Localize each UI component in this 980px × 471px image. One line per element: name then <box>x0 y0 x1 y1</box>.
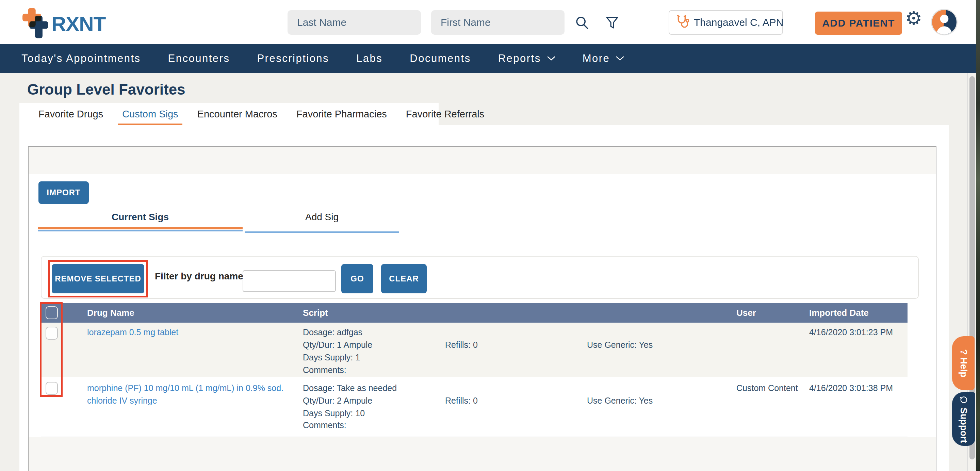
column-header-drug-name: Drug Name <box>87 303 134 323</box>
row-checkbox[interactable] <box>46 382 58 395</box>
first-name-input[interactable] <box>431 10 565 35</box>
filter-label: Filter by drug name: <box>155 271 247 282</box>
nav-encounters[interactable]: Encounters <box>168 53 230 65</box>
main-nav: Today's Appointments Encounters Prescrip… <box>0 44 976 73</box>
gear-icon[interactable]: ⚙ <box>905 9 922 28</box>
user-avatar[interactable] <box>931 9 958 35</box>
last-name-input[interactable] <box>288 10 421 35</box>
active-subtab-underline <box>38 228 243 229</box>
script-days-supply: Days Supply: 10 <box>303 407 365 420</box>
nav-more[interactable]: More <box>582 53 624 65</box>
tab-favorite-drugs[interactable]: Favorite Drugs <box>38 103 103 125</box>
imported-date-cell: 4/16/2020 3:01:38 PM <box>809 382 893 395</box>
table-row: morphine (PF) 10 mg/10 mL (1 mg/mL) in 0… <box>41 377 907 437</box>
nav-todays-appointments[interactable]: Today's Appointments <box>21 53 141 65</box>
rxnt-logo-icon <box>19 8 50 40</box>
remove-selected-button[interactable]: REMOVE SELECTED <box>52 264 144 293</box>
column-header-user: User <box>737 303 756 323</box>
drug-name-link[interactable]: lorazepam 0.5 mg tablet <box>87 326 308 339</box>
subtab-underline-add <box>245 231 399 233</box>
subtab-add-sig[interactable]: Add Sig <box>245 207 399 228</box>
tab-custom-sigs[interactable]: Custom Sigs <box>122 103 178 125</box>
tab-favorite-referrals[interactable]: Favorite Referrals <box>406 103 484 125</box>
chevron-down-icon <box>547 56 555 61</box>
help-tab[interactable]: ? Help <box>952 336 975 390</box>
table-row: lorazepam 0.5 mg tablet Dosage: adfgas Q… <box>41 323 907 377</box>
user-cell: Custom Content <box>737 382 798 395</box>
nav-documents[interactable]: Documents <box>410 53 471 65</box>
rxnt-logo[interactable]: RXNT <box>19 8 105 40</box>
page-title: Group Level Favorites <box>27 81 185 98</box>
chevron-down-icon <box>616 56 624 61</box>
script-comments: Comments: <box>303 419 347 431</box>
nav-prescriptions[interactable]: Prescriptions <box>257 53 329 65</box>
nav-reports[interactable]: Reports <box>498 53 555 65</box>
tab-favorite-pharmacies[interactable]: Favorite Pharmacies <box>296 103 387 125</box>
app-window: RXNT Thangaavel C, APN <box>0 0 980 471</box>
support-tab[interactable]: Support <box>952 392 975 446</box>
search-icon[interactable] <box>574 15 590 32</box>
subtab-underline-current <box>38 230 243 231</box>
import-button[interactable]: IMPORT <box>38 181 89 204</box>
script-qty: Qty/Dur: 2 Ampule <box>303 395 372 407</box>
column-header-script: Script <box>303 303 328 323</box>
nav-labs[interactable]: Labs <box>356 53 382 65</box>
column-header-imported-date: Imported Date <box>809 303 869 323</box>
rxnt-logo-text: RXNT <box>51 12 105 36</box>
script-days-supply: Days Supply: 1 <box>303 351 360 364</box>
top-header: RXNT Thangaavel C, APN <box>0 0 976 44</box>
add-patient-button[interactable]: ADD PATIENT <box>815 11 902 35</box>
script-refills: Refills: 0 <box>445 339 478 351</box>
desktop-wallpaper-strip <box>976 0 980 471</box>
script-comments: Comments: <box>303 364 347 376</box>
chat-bubble-icon <box>959 395 968 404</box>
go-button[interactable]: GO <box>341 264 373 293</box>
row-checkbox[interactable] <box>46 327 58 340</box>
tab-encounter-macros[interactable]: Encounter Macros <box>197 103 277 125</box>
person-icon <box>932 10 956 34</box>
script-refills: Refills: 0 <box>445 395 478 407</box>
imported-date-cell: 4/16/2020 3:01:23 PM <box>809 326 893 339</box>
drug-name-link[interactable]: morphine (PF) 10 mg/10 mL (1 mg/mL) in 0… <box>87 382 308 407</box>
provider-name: Thangaavel C, APN <box>694 17 783 28</box>
drug-name-filter-input[interactable] <box>243 270 336 292</box>
clear-button[interactable]: CLEAR <box>381 264 427 293</box>
provider-selector[interactable]: Thangaavel C, APN <box>669 10 783 35</box>
script-use-generic: Use Generic: Yes <box>587 395 653 407</box>
script-use-generic: Use Generic: Yes <box>587 339 653 351</box>
script-dosage: Dosage: adfgas <box>303 326 363 339</box>
table-header: Drug Name Script User Imported Date <box>41 303 907 323</box>
filter-icon[interactable] <box>605 15 619 32</box>
script-dosage: Dosage: Take as needed <box>303 382 397 395</box>
script-qty: Qty/Dur: 1 Ampule <box>303 339 372 351</box>
favorites-tab-strip: Favorite Drugs Custom Sigs Encounter Mac… <box>19 103 439 125</box>
select-all-checkbox[interactable] <box>46 306 58 319</box>
subtab-current-sigs[interactable]: Current Sigs <box>38 207 243 228</box>
stethoscope-icon <box>675 14 689 31</box>
